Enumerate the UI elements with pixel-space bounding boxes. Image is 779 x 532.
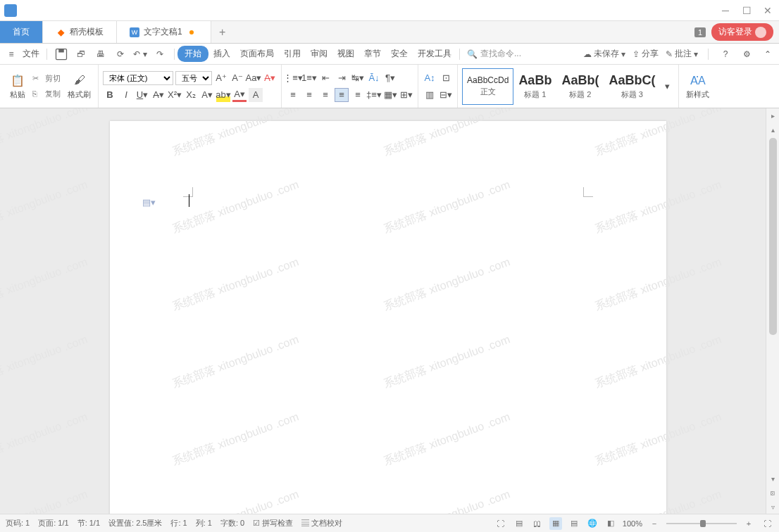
zoom-slider[interactable] [666, 523, 737, 524]
maximize-button[interactable]: ☐ [741, 5, 752, 16]
paste-button[interactable]: 📋 粘贴 [7, 65, 28, 108]
cut-button[interactable]: ✂剪切 [30, 72, 63, 85]
align-center-button[interactable]: ≡ [302, 88, 316, 102]
scroll-up-icon[interactable]: ▴ [768, 125, 778, 134]
menu-developer[interactable]: 开发工具 [413, 48, 456, 60]
status-chars[interactable]: 字数: 0 [220, 518, 244, 528]
shading-button[interactable]: ▦▾ [383, 88, 397, 102]
highlight-button[interactable]: ab▾ [216, 88, 230, 102]
annotate-button[interactable]: ✎批注 ▾ [666, 48, 698, 60]
hamburger-icon[interactable]: ≡ [4, 47, 18, 61]
status-page[interactable]: 页面: 1/1 [38, 518, 68, 528]
borders-button[interactable]: ⊞▾ [399, 88, 413, 102]
status-proofread[interactable]: ▤ 文档校对 [301, 518, 342, 528]
menu-insert[interactable]: 插入 [208, 48, 235, 60]
font-name-select[interactable]: 宋体 (正文) [103, 71, 173, 85]
clear-format-button[interactable]: A̶▾ [263, 71, 277, 85]
status-spellcheck[interactable]: ☑ 拼写检查 [253, 518, 293, 528]
style-heading3[interactable]: AaBbC( 标题 3 [604, 68, 660, 105]
status-section[interactable]: 节: 1/1 [77, 518, 100, 528]
login-button[interactable]: 访客登录 [711, 23, 773, 41]
new-tab-button[interactable]: + [211, 21, 234, 43]
tab-home[interactable]: 首页 [0, 21, 43, 43]
status-page-no[interactable]: 页码: 1 [6, 518, 30, 528]
style-heading1[interactable]: AaBb 标题 1 [513, 68, 556, 105]
minimize-button[interactable]: ─ [720, 5, 731, 16]
columns-button[interactable]: ▥ [423, 88, 437, 102]
unsaved-button[interactable]: ☁未保存 ▾ [583, 48, 625, 60]
document-canvas[interactable]: ▤▾ 系统部落 xitongbuluo .com系统部落 xitongbuluo… [0, 108, 766, 514]
page-break-button[interactable]: ⊟▾ [439, 88, 453, 102]
menu-chapter[interactable]: 章节 [359, 48, 386, 60]
next-page-icon[interactable]: ▿ [768, 502, 778, 512]
ruler-icon[interactable]: ◧ [604, 517, 617, 530]
number-list-button[interactable]: 1≡▾ [302, 71, 316, 85]
change-case-button[interactable]: Aa▾ [247, 71, 261, 85]
decrease-indent-button[interactable]: ⇤ [318, 71, 332, 85]
text-effect-button[interactable]: A▾ [200, 88, 214, 102]
increase-indent-button[interactable]: ⇥ [335, 71, 349, 85]
undo-icon[interactable]: ↶ ▾ [133, 47, 147, 61]
print-layout-icon[interactable]: ▦ [549, 517, 562, 530]
status-row[interactable]: 行: 1 [170, 518, 187, 528]
align-right-button[interactable]: ≡ [318, 88, 332, 102]
share-button[interactable]: ⇪分享 [632, 48, 659, 60]
menu-references[interactable]: 引用 [279, 48, 306, 60]
italic-button[interactable]: I [119, 88, 133, 102]
tab-document[interactable]: W 文字文稿1 [117, 21, 211, 43]
distribute-button[interactable]: ≡ [351, 88, 365, 102]
tab-stops-button[interactable]: ↹▾ [351, 71, 365, 85]
scroll-down-icon[interactable]: ▾ [768, 474, 778, 483]
fullscreen-icon[interactable]: ⛶ [494, 517, 507, 530]
redo-icon[interactable]: ↷ [153, 47, 167, 61]
text-direction-button[interactable]: A↕ [423, 71, 437, 85]
grow-font-button[interactable]: A⁺ [214, 71, 228, 85]
vertical-scrollbar[interactable]: ▸ ▴ ▾ ⦻ ▿ [766, 108, 779, 514]
style-heading2[interactable]: AaBb( 标题 2 [556, 68, 604, 105]
command-search[interactable]: 🔍 查找命令... [463, 48, 525, 60]
font-size-select[interactable]: 五号 [175, 71, 212, 85]
help-icon[interactable]: ? [718, 47, 733, 61]
style-body[interactable]: AaBbCcDd 正文 [462, 68, 513, 105]
fit-page-icon[interactable]: ⛶ [761, 517, 773, 530]
superscript-button[interactable]: X²▾ [168, 88, 182, 102]
show-marks-button[interactable]: ¶▾ [383, 71, 397, 85]
zoom-thumb[interactable] [700, 520, 706, 527]
sidebar-toggle-icon[interactable]: ▸ [768, 110, 778, 120]
text-box-button[interactable]: ⊡ [439, 71, 453, 85]
subscript-button[interactable]: X₂ [184, 88, 198, 102]
shrink-font-button[interactable]: A⁻ [230, 71, 244, 85]
menu-security[interactable]: 安全 [386, 48, 413, 60]
copy-button[interactable]: ⎘复制 [30, 87, 63, 101]
menu-view[interactable]: 视图 [332, 48, 359, 60]
print-icon[interactable]: 🖶 [94, 47, 108, 61]
outline-view-icon[interactable]: ▤ [568, 517, 580, 530]
page[interactable]: ▤▾ [110, 121, 666, 514]
zoom-out-button[interactable]: − [648, 517, 661, 530]
align-justify-button[interactable]: ≡ [335, 88, 349, 102]
web-layout-icon[interactable]: 🕮 [531, 517, 544, 530]
bullet-list-button[interactable]: ⋮≡▾ [286, 71, 300, 85]
sort-button[interactable]: Ā↓ [367, 71, 381, 85]
save-icon[interactable] [54, 47, 68, 61]
bold-button[interactable]: B [103, 88, 117, 102]
reading-view-icon[interactable]: ▤ [513, 517, 525, 530]
print-preview-icon[interactable]: 🗗 [74, 47, 88, 61]
zoom-in-button[interactable]: + [742, 517, 755, 530]
status-position[interactable]: 设置值: 2.5厘米 [108, 518, 162, 528]
underline-button[interactable]: U▾ [135, 88, 149, 102]
file-menu[interactable]: 文件 [18, 48, 44, 60]
paragraph-handle-icon[interactable]: ▤▾ [142, 197, 156, 208]
styles-more-button[interactable]: ▾ [660, 80, 674, 94]
tab-docer[interactable]: ◆ 稻壳模板 [43, 21, 117, 43]
format-painter-button[interactable]: 🖌 格式刷 [65, 65, 94, 108]
align-left-button[interactable]: ≡ [286, 88, 300, 102]
close-button[interactable]: ✕ [762, 5, 773, 16]
strikethrough-button[interactable]: A̶▾ [151, 88, 166, 102]
new-style-button[interactable]: A͘A 新样式 [683, 65, 712, 108]
char-shading-button[interactable]: A [249, 88, 263, 102]
scroll-thumb[interactable] [769, 138, 777, 335]
status-col[interactable]: 列: 1 [196, 518, 212, 528]
menu-page-layout[interactable]: 页面布局 [235, 48, 279, 60]
font-color-button[interactable]: A▾ [232, 88, 247, 102]
